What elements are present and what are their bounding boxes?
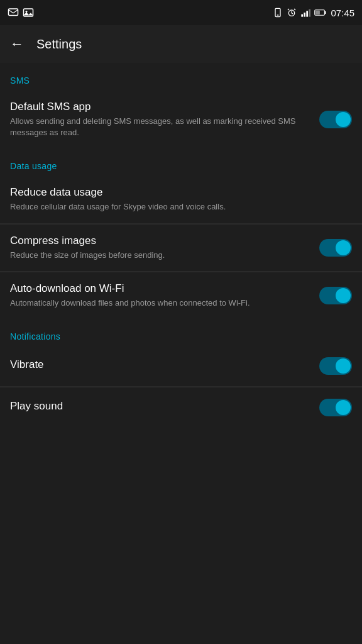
status-time: 07:45 (331, 8, 354, 18)
setting-title-reduce-data: Reduce data usage (10, 186, 342, 199)
svg-rect-11 (304, 13, 306, 17)
svg-rect-10 (302, 14, 304, 17)
battery-icon (314, 8, 327, 18)
settings-content: SMS Default SMS app Allows sending and d… (0, 63, 362, 644)
svg-line-7 (292, 13, 293, 14)
setting-title-play-sound: Play sound (10, 400, 309, 413)
back-button[interactable]: ← (10, 36, 24, 52)
alarm-icon (287, 8, 297, 18)
toggle-vibrate[interactable] (319, 357, 352, 375)
status-right-icons: 07:45 (273, 8, 354, 18)
setting-desc-default-sms: Allows sending and deleting SMS messages… (10, 116, 309, 138)
app-bar-title: Settings (36, 37, 82, 52)
setting-title-vibrate: Vibrate (10, 358, 309, 371)
status-left-icons (8, 7, 34, 18)
svg-line-9 (294, 9, 295, 10)
svg-rect-0 (9, 9, 18, 16)
section-sms: SMS Default SMS app Allows sending and d… (0, 63, 362, 148)
section-data-usage: Data usage Reduce data usage Reduce cell… (0, 148, 362, 319)
phone-icon (273, 8, 283, 18)
toggle-compress[interactable] (319, 239, 352, 257)
section-header-sms: SMS (0, 63, 362, 91)
signal-icon (300, 8, 310, 18)
setting-title-default-sms: Default SMS app (10, 101, 309, 113)
setting-reduce-data[interactable]: Reduce data usage Reduce cellular data u… (0, 176, 362, 223)
setting-desc-reduce-data: Reduce cellular data usage for Skype vid… (10, 201, 342, 213)
setting-desc-compress: Reduce the size of images before sending… (10, 250, 309, 261)
setting-default-sms-app[interactable]: Default SMS app Allows sending and delet… (0, 91, 362, 148)
setting-compress-images[interactable]: Compress images Reduce the size of image… (0, 225, 362, 272)
image-icon (23, 7, 34, 18)
app-bar: ← Settings (0, 25, 362, 63)
svg-rect-13 (309, 9, 311, 17)
svg-rect-16 (325, 11, 326, 14)
setting-vibrate[interactable]: Vibrate (0, 347, 362, 387)
svg-rect-3 (275, 8, 280, 16)
setting-desc-auto-download: Automatically download files and photos … (10, 297, 309, 309)
svg-rect-15 (315, 11, 320, 14)
setting-title-auto-download: Auto-download on Wi-Fi (10, 282, 309, 295)
sms-icon (8, 7, 19, 18)
toggle-auto-download[interactable] (319, 287, 352, 304)
toggle-play-sound[interactable] (319, 399, 352, 416)
toggle-default-sms[interactable] (319, 111, 352, 128)
setting-auto-download[interactable]: Auto-download on Wi-Fi Automatically dow… (0, 272, 362, 319)
setting-title-compress: Compress images (10, 235, 309, 247)
setting-play-sound[interactable]: Play sound (0, 387, 362, 428)
section-header-data-usage: Data usage (0, 148, 362, 176)
svg-rect-12 (307, 11, 309, 16)
svg-line-8 (288, 9, 289, 10)
status-bar: 07:45 (0, 0, 362, 25)
section-header-notifications: Notifications (0, 319, 362, 347)
section-notifications: Notifications Vibrate Play sound (0, 319, 362, 428)
